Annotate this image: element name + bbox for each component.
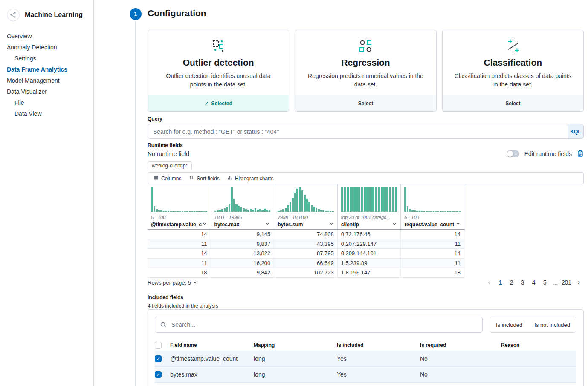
edit-runtime-fields-label[interactable]: Edit runtime fields <box>524 150 572 157</box>
filter-is-included-button[interactable]: Is included <box>490 317 528 332</box>
sidebar-item-overview[interactable]: Overview <box>0 31 93 42</box>
fields-header-field-name: Field name <box>170 342 254 348</box>
grid-cell: 14 <box>148 249 211 258</box>
column-name-button[interactable]: @timestamp.value_count <box>151 221 207 228</box>
grid-cell: 13,822 <box>211 249 275 258</box>
sidebar-item-data-view[interactable]: Data View <box>0 108 93 119</box>
grid-cell: 9,842 <box>211 268 275 277</box>
toolbar-button-label: Columns <box>161 176 181 181</box>
histogram-bytes-max <box>214 187 271 212</box>
sidebar-item-data-frame-analytics[interactable]: Data Frame Analytics <box>0 64 93 75</box>
histogram-timestamp-value-count <box>151 187 207 212</box>
analysis-type-cards: Outlier detectionOutlier detection ident… <box>148 30 584 112</box>
next-page-button[interactable]: › <box>574 277 584 288</box>
toolbar-histogram-charts-button[interactable]: Histogram charts <box>223 173 278 184</box>
column-name-button[interactable]: request.value_count <box>404 221 461 228</box>
column-range-label: 5 - 100 <box>404 215 461 220</box>
step-number-badge: 1 <box>130 8 142 20</box>
regression-icon <box>304 37 426 55</box>
column-name-button[interactable]: clientip <box>341 221 397 228</box>
grid-cell: 0.72.176.46 <box>338 230 401 239</box>
chevron-down-icon <box>193 280 198 285</box>
histogram-icon <box>227 175 232 181</box>
toolbar-sort-fields-button[interactable]: Sort fields <box>185 173 223 184</box>
chevron-down-icon <box>392 221 397 228</box>
grid-cell: 16,200 <box>211 259 275 268</box>
field-checkbox[interactable] <box>155 355 162 362</box>
rows-per-page-button[interactable]: Rows per page: 5 <box>148 279 198 286</box>
card-description: Outlier detection identifies unusual dat… <box>157 72 279 89</box>
page-button-2[interactable]: 2 <box>507 277 517 288</box>
toolbar-button-label: Sort fields <box>197 176 219 181</box>
histogram-bytes-sum <box>278 187 334 212</box>
field-cell: Yes <box>337 371 420 378</box>
grid-cell: 11 <box>148 239 211 249</box>
fields-search-box <box>155 317 483 333</box>
sidebar-item-data-visualizer[interactable]: Data Visualizer <box>0 86 93 97</box>
grid-cell: 11 <box>401 259 464 268</box>
card-selected-footer[interactable]: ✓Selected <box>148 95 289 111</box>
runtime-status-text: No runtime field <box>148 150 189 157</box>
page-button-201[interactable]: 201 <box>560 277 573 288</box>
page-button-4[interactable]: 4 <box>529 277 539 288</box>
field-cell: long <box>254 371 337 378</box>
field-checkbox[interactable] <box>155 371 162 378</box>
clipboard-icon[interactable] <box>577 150 584 157</box>
field-cell: No <box>420 355 501 362</box>
grid-cell: 11 <box>148 259 211 268</box>
column-range-label: 1831 - 19986 <box>214 215 271 220</box>
kql-button[interactable]: KQL <box>568 124 584 139</box>
edit-runtime-fields-toggle[interactable]: ✕ <box>507 150 519 157</box>
prev-page-button[interactable]: ‹ <box>484 277 495 288</box>
grid-cell: 1.5.239.89 <box>338 259 401 268</box>
step-progress-line <box>135 21 136 386</box>
column-name-label: bytes.sum <box>278 222 303 228</box>
chevron-down-icon <box>329 221 334 228</box>
card-select-button[interactable]: Select <box>443 95 583 111</box>
grid-cell: 87,795 <box>274 249 338 258</box>
sidebar-item-settings[interactable]: Settings <box>0 53 93 64</box>
column-name-button[interactable]: bytes.max <box>214 221 271 228</box>
fields-search-input[interactable] <box>171 321 478 328</box>
column-range-label: top 20 of 1001 catego... <box>341 215 397 220</box>
card-footer-label: Select <box>358 101 373 107</box>
sidebar-item-file[interactable]: File <box>0 97 93 108</box>
fields-header-is-required: Is required <box>420 342 501 348</box>
grid-cell: 14 <box>401 249 464 258</box>
page-ellipsis: … <box>551 279 559 286</box>
toggle-thumb <box>507 151 513 157</box>
grid-cell: 1.8.196.147 <box>338 268 401 277</box>
grid-cell: 11 <box>401 239 464 249</box>
card-select-button[interactable]: Select <box>295 95 436 111</box>
card-outlier-detection[interactable]: Outlier detectionOutlier detection ident… <box>148 30 289 112</box>
field-row: bytes.maxlongYesNo <box>155 367 576 383</box>
field-cell: long <box>254 355 337 362</box>
sidebar-item-model-management[interactable]: Model Management <box>0 75 93 86</box>
runtime-fields-label: Runtime fields <box>148 142 183 148</box>
page-title: Configuration <box>148 8 206 18</box>
column-header-timestamp-value-count: 5 - 100@timestamp.value_count <box>148 184 211 229</box>
card-regression[interactable]: RegressionRegression predicts numerical … <box>295 30 436 112</box>
rows-per-page-label: Rows per page: 5 <box>148 279 191 286</box>
grid-cell: 102,723 <box>274 268 338 277</box>
filter-is-not-included-button[interactable]: Is not included <box>528 317 576 332</box>
card-classification[interactable]: ClassificationClassification predicts cl… <box>442 30 584 112</box>
pagination: ‹12345…201› <box>484 277 584 288</box>
card-footer-label: Select <box>505 101 520 107</box>
column-name-button[interactable]: bytes.sum <box>278 221 334 228</box>
page-button-5[interactable]: 5 <box>540 277 550 288</box>
grid-cell: 66,549 <box>274 259 338 268</box>
grid-cell: 9,837 <box>211 239 275 249</box>
toolbar-columns-button[interactable]: Columns <box>150 173 185 184</box>
column-name-label: request.value_count <box>404 222 454 228</box>
grid-cell: 9,145 <box>211 230 275 239</box>
column-header-clientip: top 20 of 1001 catego...clientip <box>338 184 401 229</box>
query-input[interactable] <box>148 124 568 139</box>
page-button-3[interactable]: 3 <box>518 277 528 288</box>
page-button-1[interactable]: 1 <box>495 277 506 288</box>
column-header-bytes-max: 1831 - 19986bytes.max <box>211 184 275 229</box>
index-pattern-badge: weblog-clientip* <box>148 161 192 170</box>
select-all-checkbox[interactable] <box>155 342 162 349</box>
toolbar-button-label: Histogram charts <box>235 176 274 181</box>
sidebar-item-anomaly-detection[interactable]: Anomaly Detection <box>0 42 93 53</box>
